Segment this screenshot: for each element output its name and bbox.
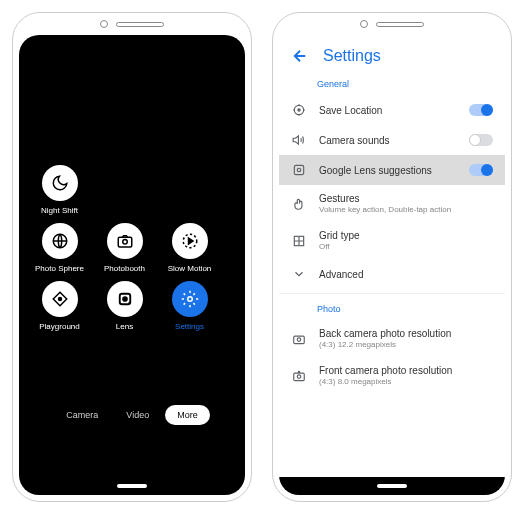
setting-sublabel: (4:3) 12.2 megapixels [319,340,493,349]
mode-label: Photobooth [92,264,157,273]
location-icon [292,103,306,117]
front-camera-icon [292,369,306,383]
setting-label: Camera sounds [319,135,457,146]
mode-label: Playground [27,322,92,331]
svg-marker-4 [188,238,193,244]
svg-point-17 [297,337,301,341]
mode-label: Settings [157,322,222,331]
svg-rect-16 [294,336,305,344]
svg-point-20 [298,371,299,372]
camera-tabs: Camera Video More [19,405,245,425]
back-camera-icon [292,332,306,346]
setting-sublabel: Volume key action, Double-tap action [319,205,493,214]
svg-point-12 [298,109,300,111]
tab-camera[interactable]: Camera [54,405,110,425]
setting-sublabel: (4:3) 8.0 megapixels [319,377,493,386]
mode-photo-sphere[interactable]: Photo Sphere [27,223,92,273]
mode-night-shift[interactable]: Night Shift [27,165,92,215]
toggle-lens-suggestions[interactable] [469,164,493,176]
home-indicator[interactable] [377,484,407,488]
tab-more[interactable]: More [165,405,210,425]
lens-icon [116,290,134,308]
svg-point-2 [122,240,127,245]
mode-label: Lens [92,322,157,331]
toggle-camera-sounds[interactable] [469,134,493,146]
slowmo-icon [181,232,199,250]
svg-rect-1 [118,237,132,247]
svg-point-8 [123,297,127,301]
svg-point-9 [128,302,130,304]
mode-settings[interactable]: Settings [157,281,222,331]
gear-icon [181,290,199,308]
section-general: General [279,73,505,95]
setting-advanced[interactable]: Advanced [279,259,505,289]
playground-icon [51,290,69,308]
setting-label: Gestures [319,193,493,204]
grid-icon [292,234,306,248]
setting-camera-sounds[interactable]: Camera sounds [279,125,505,155]
mode-label: Night Shift [27,206,92,215]
setting-lens-suggestions[interactable]: Google Lens suggestions [279,155,505,185]
notch [273,13,511,35]
home-indicator[interactable] [117,484,147,488]
tab-video[interactable]: Video [114,405,161,425]
settings-screen: Settings General Save Location Camera so… [279,35,505,495]
mode-slow-motion[interactable]: Slow Motion [157,223,222,273]
lens-icon [292,163,306,177]
back-arrow-icon[interactable] [291,47,309,65]
toggle-save-location[interactable] [469,104,493,116]
svg-rect-18 [294,373,305,381]
divider [279,293,505,294]
svg-rect-13 [294,165,303,174]
moon-icon [51,174,69,192]
setting-label: Back camera photo resolution [319,328,493,339]
mode-photobooth[interactable]: Photobooth [92,223,157,273]
sphere-icon [51,232,69,250]
phone-camera: Night Shift Photo Sphere Photobooth [12,12,252,502]
mode-lens[interactable]: Lens [92,281,157,331]
setting-gestures[interactable]: Gestures Volume key action, Double-tap a… [279,185,505,222]
svg-point-14 [297,168,301,172]
mode-label: Slow Motion [157,264,222,273]
gesture-icon [292,197,306,211]
setting-label: Front camera photo resolution [319,365,493,376]
camera-icon [116,232,134,250]
setting-label: Save Location [319,105,457,116]
settings-header: Settings [279,35,505,73]
svg-point-10 [187,297,192,302]
svg-point-6 [58,298,61,301]
camera-screen: Night Shift Photo Sphere Photobooth [19,35,245,495]
phone-settings: Settings General Save Location Camera so… [272,12,512,502]
setting-grid-type[interactable]: Grid type Off [279,222,505,259]
mode-label: Photo Sphere [27,264,92,273]
setting-label: Grid type [319,230,493,241]
setting-label: Google Lens suggestions [319,165,457,176]
chevron-down-icon [292,267,306,281]
setting-sublabel: Off [319,242,493,251]
home-footer [279,477,505,495]
setting-front-resolution[interactable]: Front camera photo resolution (4:3) 8.0 … [279,357,505,394]
notch [13,13,251,35]
setting-label: Advanced [319,269,493,280]
camera-modes-grid: Night Shift Photo Sphere Photobooth [27,165,237,339]
setting-back-resolution[interactable]: Back camera photo resolution (4:3) 12.2 … [279,320,505,357]
svg-point-19 [297,374,301,378]
page-title: Settings [323,47,381,65]
section-photo: Photo [279,298,505,320]
mode-playground[interactable]: Playground [27,281,92,331]
sound-icon [292,133,306,147]
setting-save-location[interactable]: Save Location [279,95,505,125]
